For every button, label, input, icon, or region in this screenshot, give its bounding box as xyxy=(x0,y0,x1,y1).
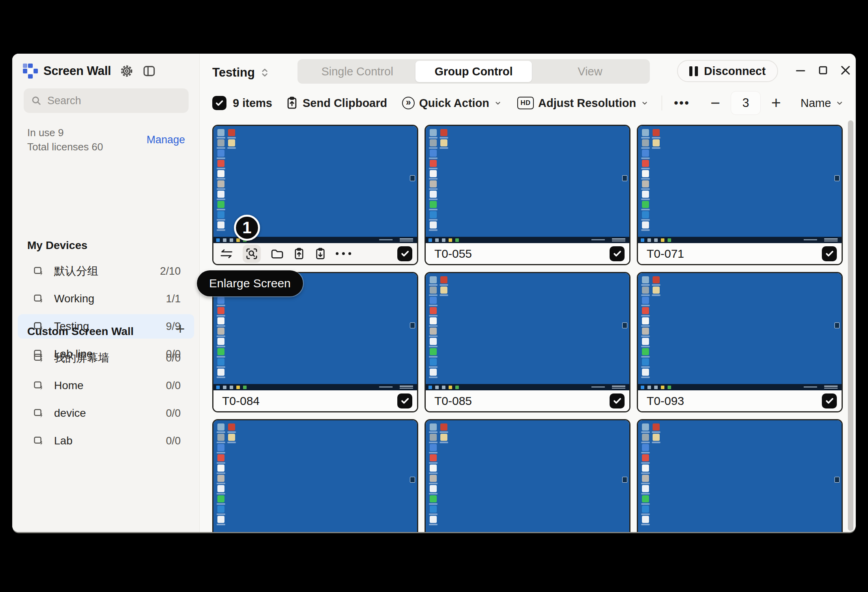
search-input[interactable] xyxy=(47,95,178,107)
gear-icon xyxy=(120,64,134,78)
sidebar-item-home[interactable]: Home 0/0 xyxy=(18,373,194,398)
sidebar-item-device[interactable]: device 0/0 xyxy=(18,401,194,425)
device-group-icon xyxy=(33,380,45,392)
more-actions-button[interactable]: ••• xyxy=(674,96,690,110)
tile-checkbox[interactable] xyxy=(397,393,412,408)
send-clipboard-button[interactable]: Send Clipboard xyxy=(286,96,387,110)
pause-icon xyxy=(689,66,698,76)
screen-tile[interactable]: T0-071 xyxy=(637,125,843,265)
tile-checkbox[interactable] xyxy=(822,393,837,408)
group-switcher[interactable]: Testing xyxy=(212,62,270,83)
desktop-icons xyxy=(642,276,649,283)
tile-label-bar: T0-084 xyxy=(213,390,417,411)
desktop-icons xyxy=(430,129,437,136)
clipboard-up-icon xyxy=(293,247,305,260)
desktop-icons xyxy=(642,423,649,431)
taskbar xyxy=(638,384,842,390)
tab-view[interactable]: View xyxy=(532,61,648,82)
main-area: Testing Single Control Group Control Vie… xyxy=(200,54,856,532)
selection-count: 9 items xyxy=(233,97,272,110)
my-devices-header: My Devices xyxy=(27,239,88,252)
grid-decrease-button[interactable]: − xyxy=(707,94,724,112)
tile-checkbox[interactable] xyxy=(610,393,625,408)
desktop-icons xyxy=(430,276,437,283)
tile-checkbox[interactable] xyxy=(610,246,625,261)
remote-desktop-thumbnail[interactable] xyxy=(426,126,629,243)
app-window: Screen Wall xyxy=(12,54,856,532)
sort-dropdown[interactable]: Name xyxy=(801,97,844,110)
taskbar xyxy=(213,384,417,390)
select-all-checkbox[interactable] xyxy=(212,96,226,110)
adjust-resolution-button[interactable]: HD Adjust Resolution xyxy=(517,97,649,110)
remote-desktop-thumbnail[interactable] xyxy=(213,420,417,532)
disconnect-button[interactable]: Disconnect xyxy=(677,60,778,82)
sidebar-toggle-button[interactable] xyxy=(142,64,156,78)
custom-wall-list: 我的屏幕墙 0/0 Home 0/0 device 0/0 xyxy=(18,346,194,456)
screen-tile[interactable] xyxy=(212,419,418,532)
minimize-button[interactable] xyxy=(793,62,808,78)
screen-tile[interactable]: T0-093 xyxy=(637,272,843,412)
search-icon xyxy=(31,95,42,106)
tile-checkbox[interactable] xyxy=(397,246,412,261)
enlarge-screen-icon xyxy=(245,247,258,260)
screen-tile[interactable]: T0-085 xyxy=(425,272,630,412)
mode-tabs: Single Control Group Control View xyxy=(297,59,650,84)
custom-wall-header: Custom Screen Wall xyxy=(27,325,134,338)
remote-desktop-thumbnail[interactable] xyxy=(638,273,842,390)
tile-more-button[interactable] xyxy=(336,252,351,255)
tile-checkbox[interactable] xyxy=(822,246,837,261)
quick-action-icon: » xyxy=(402,97,415,109)
remote-desktop-thumbnail[interactable] xyxy=(638,126,842,243)
taskbar xyxy=(426,384,629,390)
maximize-button[interactable] xyxy=(815,62,831,78)
add-screen-wall-button[interactable]: + xyxy=(172,320,189,337)
folder-icon xyxy=(270,248,284,260)
remote-desktop-thumbnail[interactable] xyxy=(426,273,629,390)
pinned-window-icon xyxy=(410,477,415,483)
quick-action-button[interactable]: » Quick Action xyxy=(402,97,502,110)
enlarge-screen-tooltip: Enlarge Screen xyxy=(197,270,303,296)
sidebar-item-working[interactable]: Working 1/1 xyxy=(18,287,194,311)
settings-button[interactable] xyxy=(120,64,134,78)
screen-tile[interactable]: T0-055 xyxy=(425,125,630,265)
device-name: T0-071 xyxy=(647,247,684,260)
search-box[interactable] xyxy=(24,88,189,113)
toolbar: 9 items Send Clipboard » Quick Action HD xyxy=(212,92,690,114)
screen-tile-hovered[interactable] xyxy=(212,125,418,265)
close-icon xyxy=(839,64,852,77)
current-group-name: Testing xyxy=(212,66,255,80)
device-name: T0-093 xyxy=(647,394,684,408)
sidebar-item-my-screen-wall[interactable]: 我的屏幕墙 0/0 xyxy=(18,346,194,370)
device-group-icon xyxy=(33,265,45,277)
desktop-icon-labels xyxy=(429,284,438,286)
send-clipboard-tile-button[interactable] xyxy=(293,247,305,260)
swap-arrows-icon xyxy=(220,248,233,259)
enlarge-screen-button[interactable] xyxy=(243,245,261,263)
tab-single-control[interactable]: Single Control xyxy=(299,61,415,82)
remote-desktop-thumbnail[interactable] xyxy=(426,420,629,532)
remote-desktop-thumbnail[interactable] xyxy=(638,420,842,532)
manage-licenses-link[interactable]: Manage xyxy=(146,134,185,146)
desktop-icon-labels xyxy=(217,137,225,139)
grid-increase-button[interactable]: + xyxy=(767,94,785,112)
check-icon xyxy=(214,98,224,108)
get-clipboard-tile-button[interactable] xyxy=(314,247,326,260)
vertical-scrollbar[interactable] xyxy=(848,120,853,531)
check-icon xyxy=(612,248,623,259)
chevron-down-icon xyxy=(494,99,502,107)
sidebar-item-default-group[interactable]: 默认分组 2/10 xyxy=(18,259,194,283)
swap-screen-button[interactable] xyxy=(220,248,233,259)
desktop-icons xyxy=(217,423,224,431)
check-icon xyxy=(400,395,410,406)
close-button[interactable] xyxy=(838,62,853,78)
tile-action-bar xyxy=(213,243,417,264)
file-manager-button[interactable] xyxy=(270,248,284,260)
sidebar-item-lab[interactable]: Lab 0/0 xyxy=(18,429,194,453)
screen-tile[interactable] xyxy=(425,419,630,532)
chevron-down-icon xyxy=(835,98,844,108)
sidebar-header: Screen Wall xyxy=(23,62,156,80)
screen-tile[interactable] xyxy=(637,419,843,532)
pinned-window-icon xyxy=(622,477,627,483)
tab-group-control[interactable]: Group Control xyxy=(415,61,532,82)
desktop-icon-labels xyxy=(429,431,438,433)
